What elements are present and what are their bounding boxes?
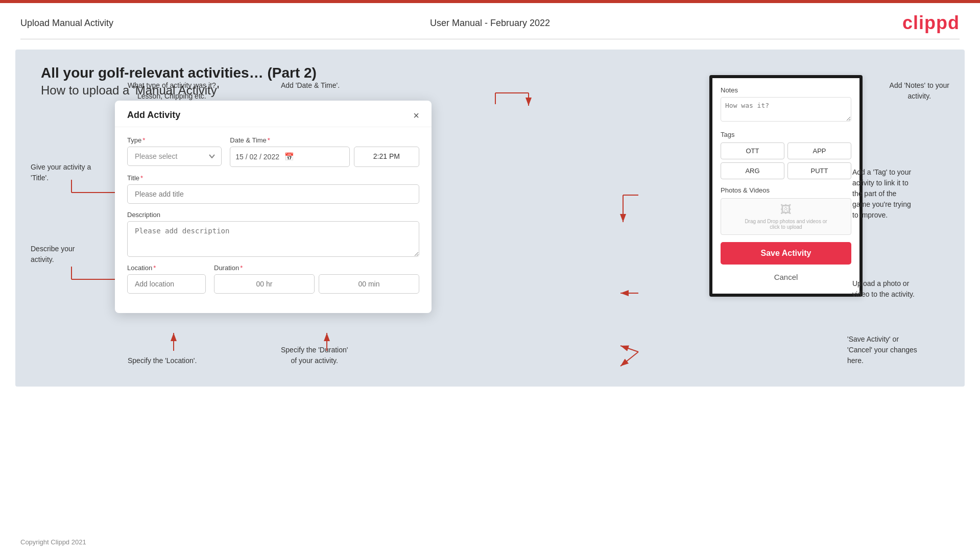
logo: clippd	[902, 12, 960, 34]
duration-group	[214, 274, 419, 294]
main-content: All your golf-relevant activities… (Part…	[15, 50, 965, 387]
annotation-tag: Add a 'Tag' to your activity to link it …	[852, 167, 954, 221]
title-input[interactable]	[127, 184, 419, 204]
annotation-give-title: Give your activity a 'Title'.	[31, 162, 91, 183]
annotation-notes: Add 'Notes' to your activity.	[890, 80, 949, 102]
add-activity-modal: Add Activity × Type* Please select Date …	[115, 101, 432, 313]
tag-app[interactable]: APP	[787, 142, 851, 159]
form-group-title: Title*	[127, 174, 419, 204]
tags-grid: OTT APP ARG PUTT	[721, 142, 851, 179]
form-row-location-duration: Location* Duration*	[127, 264, 419, 294]
tag-ott[interactable]: OTT	[721, 142, 784, 159]
time-input[interactable]: 2:21 PM	[354, 147, 419, 167]
annotation-duration: Specify the 'Duration' of your activity.	[281, 345, 348, 366]
phone-content: Notes Tags OTT APP ARG PUTT Photos & Vid…	[712, 78, 859, 294]
tags-label: Tags	[721, 131, 851, 138]
duration-hr-input[interactable]	[214, 274, 315, 294]
description-label: Description	[127, 211, 419, 219]
photo-upload-icon: 🖼	[780, 203, 792, 217]
type-select[interactable]: Please select	[127, 147, 222, 166]
heading-bold: All your golf-relevant activities… (Part…	[41, 65, 317, 81]
annotation-save: 'Save Activity' or 'Cancel' your changes…	[847, 334, 954, 366]
footer: Copyright Clippd 2021	[20, 538, 86, 546]
photos-drop-area[interactable]: 🖼 Drag and Drop photos and videos orclic…	[721, 198, 851, 235]
photos-label: Photos & Videos	[721, 186, 851, 194]
notes-input[interactable]	[721, 97, 851, 122]
annotation-location: Specify the 'Location'.	[128, 355, 197, 366]
page-title: Upload Manual Activity	[20, 18, 113, 29]
modal-body: Type* Please select Date & Time* 15 / 02…	[115, 127, 432, 313]
save-activity-button[interactable]: Save Activity	[721, 242, 851, 265]
notes-label: Notes	[721, 86, 851, 94]
form-row-title: Title*	[127, 174, 419, 204]
form-row-type-datetime: Type* Please select Date & Time* 15 / 02…	[127, 136, 419, 167]
modal-close-button[interactable]: ×	[413, 110, 419, 121]
modal-header: Add Activity ×	[115, 101, 432, 127]
tag-arg[interactable]: ARG	[721, 162, 784, 179]
cancel-button[interactable]: Cancel	[721, 269, 851, 285]
copyright: Copyright Clippd 2021	[20, 538, 86, 546]
header: Upload Manual Activity User Manual - Feb…	[0, 3, 980, 39]
form-group-duration: Duration*	[214, 264, 419, 294]
form-row-description: Description	[127, 211, 419, 257]
duration-min-input[interactable]	[319, 274, 419, 294]
phone-panel: Notes Tags OTT APP ARG PUTT Photos & Vid…	[709, 75, 863, 297]
form-group-description: Description	[127, 211, 419, 257]
header-subtitle: User Manual - February 2022	[430, 18, 550, 29]
modal-title: Add Activity	[127, 110, 180, 121]
tag-putt[interactable]: PUTT	[787, 162, 851, 179]
date-input[interactable]: 15 / 02 / 2022 📅	[230, 147, 349, 167]
form-group-type: Type* Please select	[127, 136, 222, 167]
svg-line-15	[620, 346, 638, 352]
annotation-describe: Describe your activity.	[31, 244, 75, 265]
svg-line-16	[620, 352, 638, 366]
type-label: Type*	[127, 136, 222, 144]
title-label: Title*	[127, 174, 419, 182]
annotation-date-time: Add 'Date & Time'.	[281, 80, 340, 91]
form-group-datetime: Date & Time* 15 / 02 / 2022 📅 2:21 PM	[230, 136, 419, 167]
location-input[interactable]	[127, 274, 206, 294]
photos-drop-text: Drag and Drop photos and videos orclick …	[745, 219, 827, 230]
header-divider	[20, 39, 960, 39]
annotation-upload: Upload a photo or video to the activity.	[852, 278, 954, 300]
annotation-what-type: What type of activity was it? Lesson, Ch…	[128, 80, 216, 102]
form-group-location: Location*	[127, 264, 206, 294]
duration-label: Duration*	[214, 264, 419, 272]
description-textarea[interactable]	[127, 221, 419, 257]
datetime-label: Date & Time*	[230, 136, 419, 144]
location-label: Location*	[127, 264, 206, 272]
date-time-group: 15 / 02 / 2022 📅 2:21 PM	[230, 147, 419, 167]
